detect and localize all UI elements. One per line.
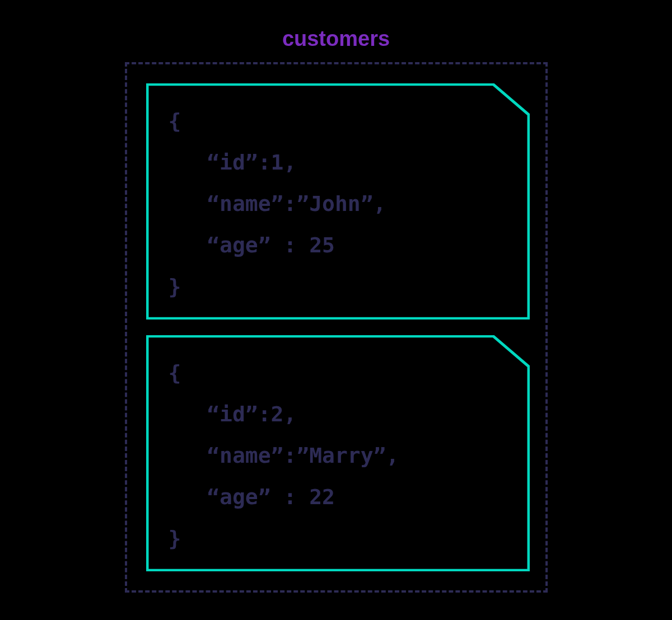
- json-line: “name”:”John”,: [169, 191, 386, 216]
- document-json-content: { “id”:2, “name”:”Marry”, “age” : 22 }: [169, 352, 507, 555]
- document-json-content: { “id”:1, “name”:”John”, “age” : 25 }: [169, 100, 507, 303]
- collection-title: customers: [282, 27, 390, 51]
- collection-container: { “id”:1, “name”:”John”, “age” : 25 } { …: [125, 62, 548, 593]
- json-line: “id”:2,: [169, 402, 297, 426]
- document-card: { “id”:2, “name”:”Marry”, “age” : 22 }: [146, 335, 530, 571]
- document-card: { “id”:1, “name”:”John”, “age” : 25 }: [146, 83, 530, 320]
- json-line: }: [169, 274, 181, 299]
- json-line: “age” : 25: [169, 233, 335, 257]
- json-line: {: [169, 109, 181, 133]
- json-line: “id”:1,: [169, 150, 297, 175]
- json-line: }: [169, 526, 181, 551]
- json-line: “name”:”Marry”,: [169, 443, 399, 468]
- json-line: “age” : 22: [169, 485, 335, 509]
- json-line: {: [169, 360, 181, 385]
